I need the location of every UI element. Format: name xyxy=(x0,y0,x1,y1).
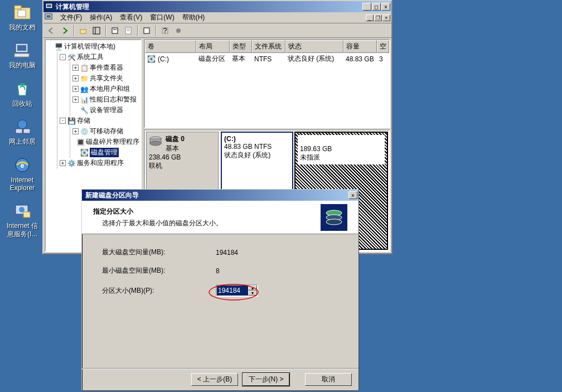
back-button[interactable] xyxy=(46,25,57,36)
desktop-icon-network[interactable]: 网上邻居 xyxy=(4,117,40,146)
back-button[interactable]: < 上一步(B) xyxy=(191,373,238,386)
desktop-icon-recycle-bin[interactable]: 回收站 xyxy=(4,79,40,108)
partition-size-input[interactable] xyxy=(217,285,248,296)
volume-row[interactable]: 💽(C:) 磁盘分区 基本 NTFS 状态良好 (系统) 48.83 GB 3 xyxy=(145,53,389,65)
up-button[interactable] xyxy=(77,25,89,36)
titlebar[interactable]: 计算机管理 _ □ × xyxy=(43,1,391,12)
list-button[interactable] xyxy=(141,25,152,36)
svg-rect-26 xyxy=(144,28,149,33)
tree-services[interactable]: +⚙️服务和应用程序 xyxy=(60,158,139,168)
volume-capacity: 48.83 GB xyxy=(343,53,377,65)
column-type[interactable]: 类型 xyxy=(230,40,252,53)
expand-icon[interactable]: + xyxy=(72,65,79,71)
spinner-down-button[interactable]: ▼ xyxy=(248,291,257,296)
network-icon xyxy=(12,117,32,137)
new-partition-wizard: 新建磁盘分区向导 × 指定分区大小 选择介于最大和最小值的磁盘分区大小。 最大磁… xyxy=(81,189,359,391)
menu-window[interactable]: 窗口(W) xyxy=(147,12,177,23)
svg-point-35 xyxy=(326,219,342,225)
wizard-heading: 指定分区大小 xyxy=(93,207,321,216)
menu-help[interactable]: 帮助(H) xyxy=(179,12,209,23)
partition-size-spinner: ▲ ▼ xyxy=(216,284,258,297)
partition-size: 48.83 GB NTFS xyxy=(224,143,290,151)
max-space-value: 194184 xyxy=(216,249,238,257)
close-button[interactable]: × xyxy=(381,3,390,11)
show-tree-button[interactable] xyxy=(91,25,102,36)
svg-rect-17 xyxy=(46,15,51,18)
disk-stack-icon xyxy=(321,204,347,231)
svg-text:e: e xyxy=(21,162,25,170)
mdi-minimize-button[interactable]: _ xyxy=(366,14,374,21)
partition-size: 189.63 GB xyxy=(300,145,382,153)
wizard-title: 新建磁盘分区向导 xyxy=(83,191,348,200)
volume-status: 状态良好 (系统) xyxy=(285,53,343,65)
svg-rect-1 xyxy=(14,6,21,9)
column-free[interactable]: 空 xyxy=(377,40,389,53)
svg-rect-2 xyxy=(18,10,26,17)
expand-icon[interactable]: + xyxy=(72,86,79,92)
volume-fs: NTFS xyxy=(252,53,285,65)
help-button[interactable]: ? xyxy=(159,25,171,36)
disk-state: 联机 xyxy=(149,161,216,171)
cancel-button[interactable]: 取消 xyxy=(305,373,352,386)
wizard-header: 指定分区大小 选择介于最大和最小值的磁盘分区大小。 xyxy=(82,201,358,234)
column-volume[interactable]: 卷 xyxy=(145,40,196,53)
tree-defrag[interactable]: 🔳磁盘碎片整理程序 xyxy=(72,137,139,147)
maximize-button[interactable]: □ xyxy=(372,3,381,11)
svg-rect-4 xyxy=(17,45,26,51)
desktop-icon-iis[interactable]: Internet 信息服务(I... xyxy=(4,201,40,238)
desktop-icon-ie[interactable]: e Internet Explorer xyxy=(4,155,40,192)
removable-icon: 💿 xyxy=(80,127,89,136)
forward-button[interactable] xyxy=(59,25,70,36)
wizard-titlebar[interactable]: 新建磁盘分区向导 × xyxy=(82,190,358,201)
monitor-icon xyxy=(45,2,54,11)
recycle-bin-icon xyxy=(12,79,32,99)
column-layout[interactable]: 布局 xyxy=(196,40,230,53)
volume-list[interactable]: 卷 布局 类型 文件系统 状态 容量 空 💽(C:) 磁盘分区 基本 NTFS … xyxy=(144,39,390,128)
desktop-icon-my-computer[interactable]: 我的电脑 xyxy=(4,40,40,69)
desktop-label: Internet 信息服务(I... xyxy=(4,222,40,238)
menu-view[interactable]: 查看(V) xyxy=(117,12,146,23)
mdi-close-button[interactable]: × xyxy=(382,14,390,21)
tree-shared-folders[interactable]: +📁共享文件夹 xyxy=(72,73,139,84)
expand-icon[interactable]: + xyxy=(72,75,79,81)
expand-icon[interactable]: + xyxy=(72,128,79,134)
defrag-icon: 🔳 xyxy=(76,138,85,147)
svg-point-6 xyxy=(18,120,27,129)
menu-file[interactable]: 文件(F) xyxy=(57,12,85,23)
desktop-label: Internet Explorer xyxy=(4,176,40,192)
wizard-close-button[interactable]: × xyxy=(348,191,357,199)
expand-icon[interactable]: + xyxy=(60,160,66,166)
desktop-icon-my-documents[interactable]: 我的文档 xyxy=(4,2,40,31)
tree-local-users[interactable]: +👥本地用户和组 xyxy=(72,84,139,94)
tree-device-manager[interactable]: 🔧设备管理器 xyxy=(72,105,139,115)
tree-event-viewer[interactable]: +📋事件查看器 xyxy=(72,62,139,73)
refresh-button[interactable] xyxy=(123,25,134,36)
minimize-button[interactable]: _ xyxy=(362,3,371,11)
tree-removable-storage[interactable]: +💿可移动存储 xyxy=(72,126,139,137)
svg-rect-13 xyxy=(23,212,30,217)
tree-system-tools[interactable]: -🛠️系统工具 xyxy=(60,52,139,62)
next-button[interactable]: 下一步(N) > xyxy=(243,373,289,386)
iis-icon xyxy=(12,201,32,221)
svg-rect-5 xyxy=(14,54,29,57)
mdi-restore-button[interactable]: ❐ xyxy=(374,14,382,21)
tree-storage[interactable]: -💾存储 xyxy=(60,115,139,126)
collapse-icon[interactable]: - xyxy=(60,118,66,124)
tree-root[interactable]: 🖥️计算机管理(本地) xyxy=(47,41,139,52)
wizard-body: 最大磁盘空间量(MB): 194184 最小磁盘空间量(MB): 8 分区大小(… xyxy=(82,234,358,319)
menu-action[interactable]: 操作(A) xyxy=(86,12,115,23)
column-status[interactable]: 状态 xyxy=(285,40,343,53)
min-space-value: 8 xyxy=(216,267,220,275)
column-filesystem[interactable]: 文件系统 xyxy=(252,40,285,53)
spinner-up-button[interactable]: ▲ xyxy=(248,285,257,291)
settings-button[interactable] xyxy=(173,25,184,36)
properties-button[interactable] xyxy=(109,25,120,36)
tree-performance[interactable]: +📊性能日志和警报 xyxy=(72,94,139,105)
svg-rect-19 xyxy=(93,27,100,34)
collapse-icon[interactable]: - xyxy=(60,54,66,60)
desktop-label: 我的文档 xyxy=(9,23,36,31)
window-title: 计算机管理 xyxy=(56,2,362,12)
column-capacity[interactable]: 容量 xyxy=(343,40,377,53)
expand-icon[interactable]: + xyxy=(72,96,79,103)
tree-disk-management[interactable]: 💽磁盘管理 xyxy=(72,147,139,158)
